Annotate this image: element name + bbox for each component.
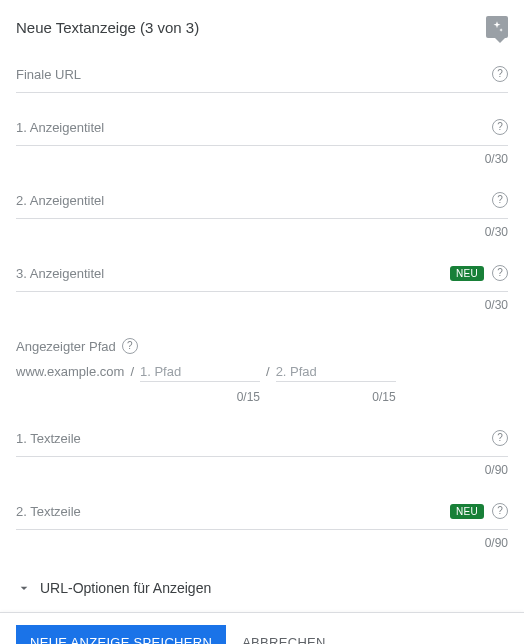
headline3-input[interactable] xyxy=(16,291,508,292)
new-badge: NEU xyxy=(450,504,484,519)
path2-input[interactable] xyxy=(276,362,396,382)
path1-input[interactable] xyxy=(140,362,260,382)
help-icon[interactable]: ? xyxy=(492,192,508,208)
path2-counter: 0/15 xyxy=(276,390,396,404)
headline3-field: 3. Anzeigentitel NEU ? 0/30 xyxy=(16,265,508,312)
ideas-icon[interactable] xyxy=(486,16,508,38)
new-badge: NEU xyxy=(450,266,484,281)
editor-header: Neue Textanzeige (3 von 3) xyxy=(16,16,508,38)
description2-input[interactable] xyxy=(16,529,508,530)
description1-field: 1. Textzeile ? 0/90 xyxy=(16,430,508,477)
display-path-section: Angezeigter Pfad ? www.example.com / 0/1… xyxy=(16,338,508,404)
path-separator: / xyxy=(130,364,134,379)
footer-actions: NEUE ANZEIGE SPEICHERN ABBRECHEN xyxy=(0,612,524,644)
path-separator: / xyxy=(266,364,270,379)
description2-field: 2. Textzeile NEU ? 0/90 xyxy=(16,503,508,550)
url-options-expander[interactable]: URL-Optionen für Anzeigen xyxy=(16,576,508,612)
headline2-label: 2. Anzeigentitel xyxy=(16,193,492,208)
headline3-label: 3. Anzeigentitel xyxy=(16,266,450,281)
headline2-input[interactable] xyxy=(16,218,508,219)
description1-counter: 0/90 xyxy=(16,463,508,477)
help-icon[interactable]: ? xyxy=(492,430,508,446)
headline1-field: 1. Anzeigentitel ? 0/30 xyxy=(16,119,508,166)
url-options-label: URL-Optionen für Anzeigen xyxy=(40,580,211,596)
cancel-button[interactable]: ABBRECHEN xyxy=(242,635,326,644)
help-icon[interactable]: ? xyxy=(122,338,138,354)
headline3-counter: 0/30 xyxy=(16,298,508,312)
headline2-counter: 0/30 xyxy=(16,225,508,239)
path-base-url: www.example.com xyxy=(16,364,124,379)
headline1-label: 1. Anzeigentitel xyxy=(16,120,492,135)
headline1-input[interactable] xyxy=(16,145,508,146)
chevron-down-icon xyxy=(16,580,32,596)
page-title: Neue Textanzeige (3 von 3) xyxy=(16,19,199,36)
final-url-field: Finale URL ? xyxy=(16,66,508,93)
display-path-label: Angezeigter Pfad xyxy=(16,339,116,354)
headline1-counter: 0/30 xyxy=(16,152,508,166)
help-icon[interactable]: ? xyxy=(492,66,508,82)
description1-label: 1. Textzeile xyxy=(16,431,492,446)
description1-input[interactable] xyxy=(16,456,508,457)
headline2-field: 2. Anzeigentitel ? 0/30 xyxy=(16,192,508,239)
help-icon[interactable]: ? xyxy=(492,119,508,135)
help-icon[interactable]: ? xyxy=(492,503,508,519)
save-button[interactable]: NEUE ANZEIGE SPEICHERN xyxy=(16,625,226,644)
final-url-input[interactable] xyxy=(16,92,508,93)
final-url-label: Finale URL xyxy=(16,67,492,82)
description2-counter: 0/90 xyxy=(16,536,508,550)
help-icon[interactable]: ? xyxy=(492,265,508,281)
description2-label: 2. Textzeile xyxy=(16,504,450,519)
path1-counter: 0/15 xyxy=(140,390,260,404)
